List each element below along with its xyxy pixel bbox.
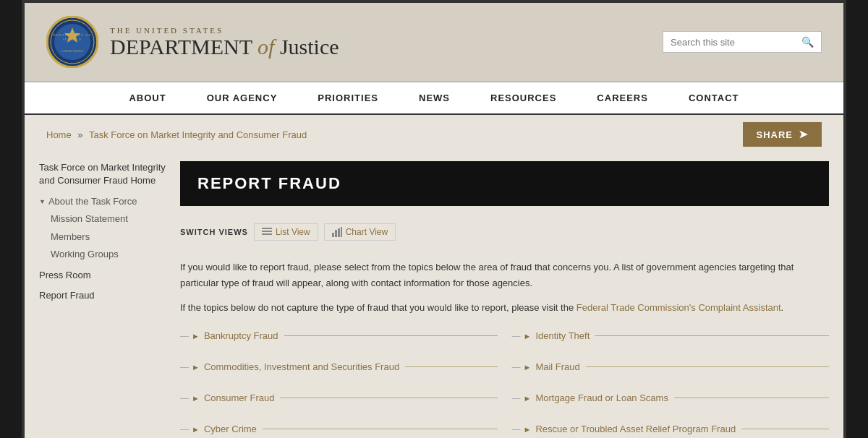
sidebar-press-room[interactable]: Press Room bbox=[39, 267, 166, 283]
dash-icon: — bbox=[512, 424, 521, 434]
arrow-icon: ► bbox=[192, 425, 200, 434]
search-icon: 🔍 bbox=[801, 36, 814, 48]
description-paragraph-2: If the topics below do not capture the t… bbox=[180, 300, 829, 316]
list-item: — ► Cyber Crime bbox=[180, 424, 498, 434]
sidebar-item-members[interactable]: Members bbox=[51, 228, 166, 246]
nav-item-about[interactable]: ABOUT bbox=[109, 82, 186, 113]
main-navigation: ABOUT OUR AGENCY PRIORITIES NEWS RESOURC… bbox=[25, 82, 843, 115]
fraud-line bbox=[595, 335, 829, 336]
content-area: Task Force on Market Integrity and Consu… bbox=[25, 154, 843, 438]
breadcrumb-home[interactable]: Home bbox=[46, 129, 72, 140]
list-item: — ► Mortgage Fraud or Loan Scams bbox=[512, 392, 830, 403]
list-view-button[interactable]: List View bbox=[254, 223, 318, 241]
svg-rect-13 bbox=[338, 228, 340, 237]
dash-icon: — bbox=[512, 393, 521, 403]
united-states-text: THE UNITED STATES bbox=[110, 26, 339, 35]
ftc-link[interactable]: Federal Trade Commission's Complaint Ass… bbox=[576, 302, 781, 313]
share-button[interactable]: SHARE ➤ bbox=[743, 122, 822, 147]
svg-rect-14 bbox=[341, 227, 342, 237]
arrow-icon: ► bbox=[524, 394, 532, 403]
fraud-link-identity[interactable]: Identity Theft bbox=[535, 330, 590, 341]
fraud-line bbox=[741, 429, 829, 429]
main-content: REPORT FRAUD SWITCH VIEWS List View bbox=[180, 154, 829, 438]
svg-rect-8 bbox=[262, 228, 272, 229]
arrow-icon: ► bbox=[524, 332, 532, 340]
doj-seal: DEPARTMENT OF JUSTICE UNITED STATES bbox=[46, 16, 98, 68]
sidebar-item-mission[interactable]: Mission Statement bbox=[51, 210, 166, 228]
fraud-col-left: — ► Bankruptcy Fraud — ► Commodities, In… bbox=[180, 330, 498, 438]
svg-rect-10 bbox=[262, 233, 272, 235]
svg-rect-11 bbox=[332, 233, 334, 237]
svg-text:UNITED STATES: UNITED STATES bbox=[61, 49, 83, 53]
fraud-col-right: — ► Identity Theft — ► Mail Fraud — ► bbox=[512, 330, 830, 438]
site-header: DEPARTMENT OF JUSTICE UNITED STATES THE … bbox=[25, 3, 843, 82]
breadcrumb-current[interactable]: Task Force on Market Integrity and Consu… bbox=[89, 129, 307, 140]
list-item: — ► Identity Theft bbox=[512, 330, 830, 341]
description-paragraph-1: If you would like to report fraud, pleas… bbox=[180, 259, 829, 291]
page-title-bar: REPORT FRAUD bbox=[180, 161, 829, 206]
fraud-link-commodities[interactable]: Commodities, Investment and Securities F… bbox=[204, 361, 399, 372]
fraud-link-consumer[interactable]: Consumer Fraud bbox=[204, 392, 275, 403]
department-text: DEPARTMENT of Justice bbox=[110, 35, 339, 59]
nav-item-our-agency[interactable]: OUR AGENCY bbox=[187, 82, 298, 113]
list-item: — ► Commodities, Investment and Securiti… bbox=[180, 361, 498, 372]
sidebar-item-working-groups[interactable]: Working Groups bbox=[51, 246, 166, 263]
fraud-columns: — ► Bankruptcy Fraud — ► Commodities, In… bbox=[180, 330, 829, 438]
breadcrumb-bar: Home » Task Force on Market Integrity an… bbox=[25, 115, 843, 154]
list-item: — ► Mail Fraud bbox=[512, 361, 830, 372]
arrow-icon: ► bbox=[192, 394, 200, 403]
dash-icon: — bbox=[180, 393, 189, 403]
fraud-line bbox=[405, 366, 497, 367]
arrow-icon: ► bbox=[524, 363, 532, 372]
dash-icon: — bbox=[512, 331, 521, 341]
arrow-icon: ► bbox=[192, 332, 200, 340]
switch-views-bar: SWITCH VIEWS List View bbox=[180, 218, 829, 246]
fraud-link-bankruptcy[interactable]: Bankruptcy Fraud bbox=[204, 330, 278, 341]
fraud-line bbox=[586, 366, 829, 367]
list-item: — ► Consumer Fraud bbox=[180, 392, 498, 403]
arrow-icon: ► bbox=[524, 425, 532, 434]
share-arrow-icon: ➤ bbox=[799, 128, 809, 141]
fraud-line bbox=[674, 398, 829, 398]
fraud-link-rescue[interactable]: Rescue or Troubled Asset Relief Program … bbox=[535, 424, 736, 434]
svg-rect-9 bbox=[262, 231, 272, 232]
breadcrumb-separator: » bbox=[77, 129, 82, 140]
triangle-icon: ▼ bbox=[39, 198, 46, 205]
logo-area: DEPARTMENT OF JUSTICE UNITED STATES THE … bbox=[46, 16, 339, 68]
list-item: — ► Bankruptcy Fraud bbox=[180, 330, 498, 341]
fraud-link-mail[interactable]: Mail Fraud bbox=[535, 361, 579, 372]
search-input[interactable] bbox=[671, 37, 796, 48]
department-title: THE UNITED STATES DEPARTMENT of Justice bbox=[110, 26, 339, 59]
sidebar-report-fraud[interactable]: Report Fraud bbox=[39, 287, 166, 304]
fraud-line bbox=[280, 398, 497, 398]
list-view-icon bbox=[262, 227, 272, 237]
sidebar-main-link[interactable]: Task Force on Market Integrity and Consu… bbox=[39, 161, 166, 187]
fraud-link-mortgage[interactable]: Mortgage Fraud or Loan Scams bbox=[535, 392, 668, 403]
chart-view-icon bbox=[332, 227, 342, 237]
nav-item-news[interactable]: NEWS bbox=[399, 82, 470, 113]
dash-icon: — bbox=[180, 331, 189, 341]
search-box[interactable]: 🔍 bbox=[663, 31, 822, 53]
page-wrapper: DEPARTMENT OF JUSTICE UNITED STATES THE … bbox=[22, 0, 846, 438]
dash-icon: — bbox=[512, 362, 521, 372]
nav-item-resources[interactable]: RESOURCES bbox=[470, 82, 576, 113]
fraud-line bbox=[284, 335, 498, 336]
nav-item-priorities[interactable]: PRIORITIES bbox=[297, 82, 399, 113]
svg-rect-12 bbox=[335, 230, 337, 237]
chart-view-button[interactable]: Chart View bbox=[324, 223, 396, 241]
nav-item-contact[interactable]: CONTACT bbox=[668, 82, 760, 113]
sidebar-section-title: ▼ About the Task Force bbox=[39, 196, 166, 207]
dash-icon: — bbox=[180, 424, 189, 434]
list-item: — ► Rescue or Troubled Asset Relief Prog… bbox=[512, 424, 830, 434]
fraud-line bbox=[263, 429, 498, 429]
sidebar: Task Force on Market Integrity and Consu… bbox=[39, 154, 166, 438]
page-title: REPORT FRAUD bbox=[197, 174, 812, 193]
sidebar-sub-items: Mission Statement Members Working Groups bbox=[39, 210, 166, 263]
nav-item-careers[interactable]: CAREERS bbox=[576, 82, 668, 113]
sidebar-section-about: ▼ About the Task Force Mission Statement… bbox=[39, 196, 166, 263]
breadcrumb: Home » Task Force on Market Integrity an… bbox=[46, 129, 307, 140]
fraud-link-cyber[interactable]: Cyber Crime bbox=[204, 424, 257, 434]
dash-icon: — bbox=[180, 362, 189, 372]
nav-list: ABOUT OUR AGENCY PRIORITIES NEWS RESOURC… bbox=[109, 82, 759, 113]
switch-views-label: SWITCH VIEWS bbox=[180, 228, 248, 236]
